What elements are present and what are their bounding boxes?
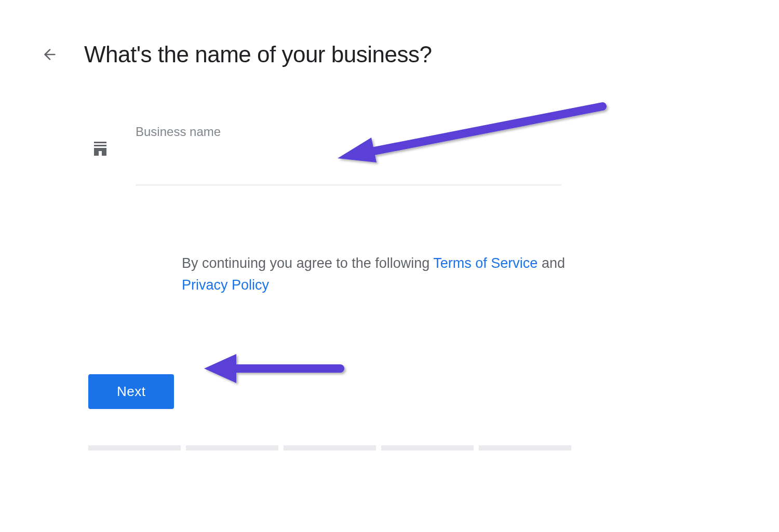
progress-bar [88, 445, 737, 451]
terms-text: By continuing you agree to the following… [182, 253, 597, 296]
progress-segment [88, 445, 181, 451]
progress-segment [479, 445, 571, 451]
back-arrow-icon[interactable] [42, 46, 58, 63]
terms-prefix: By continuing you agree to the following [182, 255, 433, 271]
terms-connector: and [538, 255, 565, 271]
progress-segment [284, 445, 376, 451]
progress-segment [381, 445, 474, 451]
store-icon [91, 140, 110, 159]
page-title: What's the name of your business? [84, 42, 432, 67]
terms-of-service-link[interactable]: Terms of Service [433, 255, 538, 271]
privacy-policy-link[interactable]: Privacy Policy [182, 277, 269, 293]
progress-segment [186, 445, 278, 451]
next-button[interactable]: Next [88, 374, 174, 409]
business-name-input[interactable] [136, 160, 561, 185]
business-name-label: Business name [136, 125, 561, 139]
